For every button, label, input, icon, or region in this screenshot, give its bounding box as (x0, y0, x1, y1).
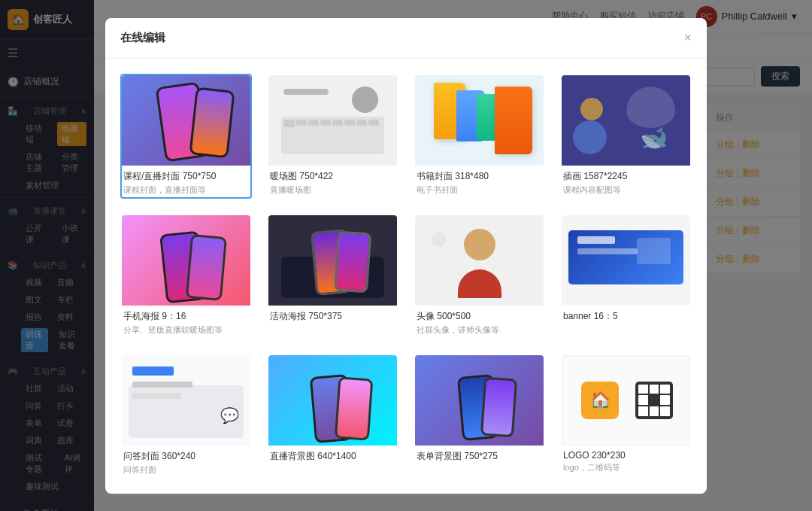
template-desc-12: logo，二维码等 (563, 462, 689, 473)
template-card-10[interactable]: 直播背景图 640*1400 (267, 354, 398, 479)
modal-online-edit: 在线编辑 × 课程/直播封面 750*750 课程封面，直播封面等 (105, 18, 707, 494)
template-card-6[interactable]: 活动海报 750*375 (267, 214, 398, 339)
template-thumb-7 (415, 215, 544, 306)
modal-title: 在线编辑 (120, 31, 165, 45)
template-thumb-10 (268, 355, 397, 446)
template-desc-1: 课程封面，直播封面等 (123, 184, 249, 196)
template-name-11: 表单背景图 750*275 (417, 450, 542, 463)
template-name-8: banner 16：5 (563, 310, 689, 323)
template-name-5: 手机海报 9：16 (123, 310, 249, 323)
template-thumb-6 (268, 215, 397, 306)
template-card-11[interactable]: 表单背景图 750*275 (414, 354, 545, 479)
template-name-12: LOGO 230*230 (563, 450, 689, 461)
template-grid: 课程/直播封面 750*750 课程封面，直播封面等 (120, 74, 692, 479)
template-thumb-1 (122, 75, 250, 166)
template-name-6: 活动海报 750*375 (270, 310, 395, 323)
template-card-7[interactable]: 头像 500*500 社群头像，讲师头像等 (414, 214, 545, 339)
template-desc-4: 课程内容配图等 (563, 184, 689, 196)
template-card-9[interactable]: 💬 问答封面 360*240 问答封面 (120, 354, 252, 479)
template-thumb-9: 💬 (122, 355, 250, 446)
template-name-1: 课程/直播封面 750*750 (123, 170, 249, 183)
template-card-2[interactable]: 暖场图 750*422 直播暖场图 (267, 74, 398, 199)
template-thumb-5 (122, 215, 250, 306)
template-name-10: 直播背景图 640*1400 (270, 450, 395, 463)
template-thumb-12: 🏠 (562, 355, 690, 446)
template-name-9: 问答封面 360*240 (123, 450, 249, 463)
template-card-5[interactable]: 手机海报 9：16 分享、竖版直播软暖场图等 (120, 214, 252, 339)
template-name-3: 书籍封面 318*480 (417, 170, 542, 183)
template-desc-5: 分享、竖版直播软暖场图等 (123, 324, 249, 336)
template-thumb-2 (268, 75, 397, 166)
template-desc-3: 电子书封面 (417, 184, 542, 196)
template-name-2: 暖场图 750*422 (270, 170, 395, 183)
template-name-7: 头像 500*500 (417, 310, 542, 323)
modal-overlay[interactable]: 在线编辑 × 课程/直播封面 750*750 课程封面，直播封面等 (0, 0, 812, 511)
modal-header: 在线编辑 × (105, 18, 707, 59)
template-desc-7: 社群头像，讲师头像等 (417, 324, 542, 336)
template-thumb-3 (415, 75, 544, 166)
template-card-8[interactable]: banner 16：5 (560, 214, 692, 339)
template-thumb-11 (415, 355, 544, 446)
template-card-4[interactable]: 🐋 插画 1587*2245 课程内容配图等 (560, 74, 692, 199)
template-card-3[interactable]: 书籍封面 318*480 电子书封面 (414, 74, 545, 199)
template-card-12[interactable]: 🏠 LO (560, 354, 692, 479)
modal-body: 课程/直播封面 750*750 课程封面，直播封面等 (105, 59, 707, 494)
template-thumb-8 (562, 215, 690, 306)
template-card-1[interactable]: 课程/直播封面 750*750 课程封面，直播封面等 (120, 74, 252, 199)
template-name-4: 插画 1587*2245 (563, 170, 689, 183)
template-desc-2: 直播暖场图 (270, 184, 395, 196)
template-desc-9: 问答封面 (123, 464, 249, 476)
template-thumb-4: 🐋 (562, 75, 690, 166)
template-info-1: 课程/直播封面 750*750 课程封面，直播封面等 (122, 166, 250, 197)
modal-close-button[interactable]: × (683, 30, 692, 46)
